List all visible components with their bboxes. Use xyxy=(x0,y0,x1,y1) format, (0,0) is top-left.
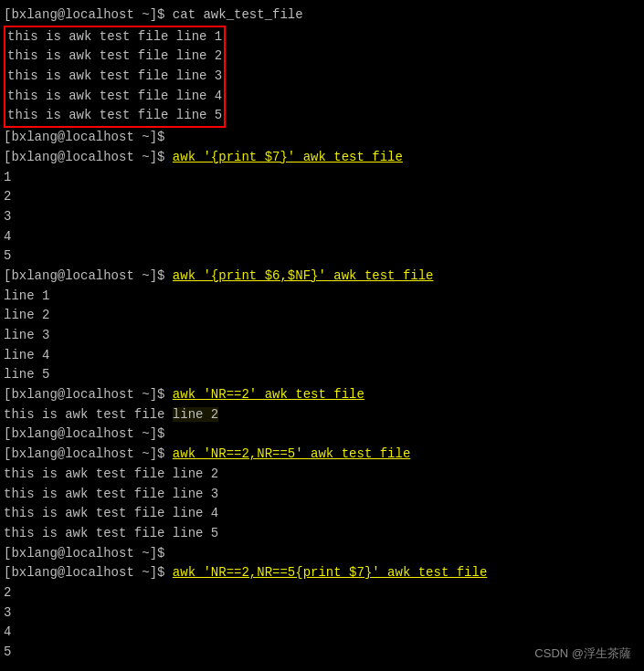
prompt-6: [bxlang@localhost ~]$ xyxy=(4,565,173,580)
terminal: [bxlang@localhost ~]$ cat awk_test_file … xyxy=(0,0,644,668)
out-3-3: line 3 xyxy=(4,326,640,346)
out-2-3: 3 xyxy=(4,207,640,227)
out-2-2: 2 xyxy=(4,187,640,207)
out-5-3: this is awk test file line 4 xyxy=(4,504,640,524)
out-3-4: line 4 xyxy=(4,346,640,366)
file-line-4: this is awk test file line 4 xyxy=(7,87,222,107)
cmd-2: awk '{print $7}' awk_test_file xyxy=(173,150,403,164)
prompt-empty-2: [bxlang@localhost ~]$ xyxy=(4,425,640,445)
file-line-2: this is awk test file line 2 xyxy=(7,47,222,67)
out-5-1: this is awk test file line 2 xyxy=(4,465,640,485)
line-1: [bxlang@localhost ~]$ cat awk_test_file xyxy=(4,5,640,26)
file-line-5: this is awk test file line 5 xyxy=(7,106,222,126)
file-line-3: this is awk test file line 3 xyxy=(7,67,222,87)
cmd-line-3: [bxlang@localhost ~]$ awk '{print $6,$NF… xyxy=(4,267,640,287)
cmd-line-2: [bxlang@localhost ~]$ awk '{print $7}' a… xyxy=(4,148,640,168)
out-3-2: line 2 xyxy=(4,306,640,326)
out-6-3: 4 xyxy=(4,623,640,643)
out-3-1: line 1 xyxy=(4,287,640,307)
prompt-empty-1: [bxlang@localhost ~]$ xyxy=(4,128,640,148)
prompt-4: [bxlang@localhost ~]$ xyxy=(4,387,173,402)
cmd-line-4: [bxlang@localhost ~]$ awk 'NR==2' awk_te… xyxy=(4,385,640,405)
cmd-line-6: [bxlang@localhost ~]$ awk 'NR==2,NR==5{p… xyxy=(4,563,640,583)
out-2-4: 4 xyxy=(4,227,640,247)
cmd-4: awk 'NR==2' awk_test_file xyxy=(173,387,364,402)
prompt-2: [bxlang@localhost ~]$ xyxy=(4,150,173,164)
cmd-6: awk 'NR==2,NR==5{print $7}' awk_test_fil… xyxy=(173,565,487,580)
cmd-5: awk 'NR==2,NR==5' awk_test_file xyxy=(173,446,410,461)
cmd-line-5: [bxlang@localhost ~]$ awk 'NR==2,NR==5' … xyxy=(4,445,640,465)
out-6-2: 3 xyxy=(4,603,640,624)
prompt-5: [bxlang@localhost ~]$ xyxy=(4,446,173,461)
file-line-1: this is awk test file line 1 xyxy=(7,27,222,47)
prompt-empty-3: [bxlang@localhost ~]$ xyxy=(4,544,640,564)
out-6-1: 2 xyxy=(4,583,640,603)
out-5-4: this is awk test file line 5 xyxy=(4,524,640,544)
out-2-5: 5 xyxy=(4,246,640,267)
prompt-3: [bxlang@localhost ~]$ xyxy=(4,268,173,283)
cmd-3: awk '{print $6,$NF}' awk_test_file xyxy=(173,268,434,283)
watermark: CSDN @浮生茶薩 xyxy=(534,645,631,662)
out-4-1: this is awk test file line 2 xyxy=(4,405,640,425)
out-5-2: this is awk test file line 3 xyxy=(4,485,640,505)
out-2-1: 1 xyxy=(4,168,640,188)
red-box: this is awk test file line 1 this is awk… xyxy=(4,26,226,128)
out-3-5: line 5 xyxy=(4,365,640,385)
